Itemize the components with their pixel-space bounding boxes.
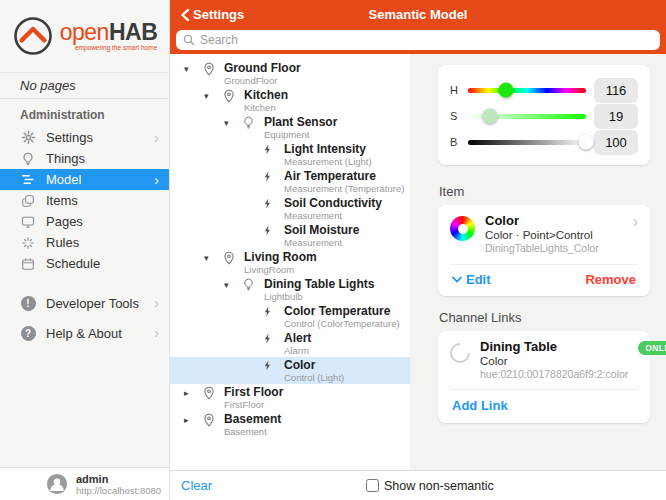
tree-node[interactable]: ▸ BasementBasement [170,411,410,438]
tree-node-title: Light Intensity [284,143,372,155]
channel-link-title: Dining Table [480,340,628,354]
openhab-roof-circle-icon [12,15,54,57]
exclamation-circle-icon: ! [20,295,36,311]
search-input[interactable] [200,33,653,47]
location-pin-icon [202,386,217,400]
clear-button[interactable]: Clear [181,478,212,493]
hue-slider[interactable] [468,88,586,93]
sidebar-item-label: Rules [46,235,79,250]
show-non-semantic-checkbox[interactable] [366,479,379,492]
no-pages-row: No pages [0,72,169,99]
chevron-right-icon: › [154,296,159,310]
sidebar-item-rules[interactable]: Rules [0,232,169,253]
tree-node[interactable]: ▾ KitchenKitchen [170,87,410,114]
logo-hab-text: HAB [109,19,157,45]
saturation-slider-knob[interactable] [483,109,498,124]
expand-arrow-icon[interactable]: ▾ [184,62,202,76]
logo-tagline: empowering the smart home [75,44,157,51]
tree-node-title: Alert [284,332,311,344]
bolt-icon [262,332,277,345]
detail-panel: H 116 S 19 B 100 Item Color Color · Poin… [410,54,666,470]
sidebar-item-settings[interactable]: Settings › [0,127,169,148]
item-type: Color · Point>Control [485,228,599,242]
sidebar-item-developer-tools[interactable]: ! Developer Tools › [0,288,169,318]
tree-node-selected[interactable]: ColorControl (Light) [170,357,410,384]
location-pin-icon [222,89,237,103]
tree-node[interactable]: AlertAlarm [170,330,410,357]
tree-node-title: Living Room [244,251,317,263]
tree-node[interactable]: Soil ConductivityMeasurement [170,195,410,222]
tree-node-title: Soil Moisture [284,224,359,236]
username: admin [76,473,161,485]
sidebar-item-pages[interactable]: Pages [0,211,169,232]
calendar-icon [20,256,36,272]
tree-node[interactable]: ▾ Dining Table LightsLightbulb [170,276,410,303]
expand-arrow-icon[interactable]: ▾ [224,116,242,130]
tree-node-title: Dining Table Lights [264,278,374,290]
channel-link-row[interactable]: Dining Table Color hue:0210:00178820a6f9… [450,340,638,381]
tree-node-subtitle: FirstFloor [224,399,283,410]
sidebar-item-help-about[interactable]: ? Help & About › [0,318,169,348]
lightbulb-icon [242,278,257,291]
hue-value: 116 [594,78,638,103]
saturation-slider-row: S 19 [450,103,638,129]
back-button[interactable]: Settings [180,7,244,22]
tree-node[interactable]: Color TemperatureControl (ColorTemperatu… [170,303,410,330]
bolt-icon [262,143,277,156]
saturation-value: 19 [594,104,638,129]
sidebar-item-label: Developer Tools [46,296,139,311]
tree-node[interactable]: Air TemperatureMeasurement (Temperature) [170,168,410,195]
chevron-down-icon [452,276,462,283]
tree-node-subtitle: Measurement (Light) [284,156,372,167]
show-non-semantic-toggle[interactable]: Show non-semantic [366,479,494,493]
saturation-label: S [450,110,460,122]
saturation-slider[interactable] [468,114,586,119]
sidebar-item-label: Help & About [46,326,122,341]
tree-node-title: Kitchen [244,89,288,101]
channel-link-subtitle: Color [480,354,628,368]
user-account-row[interactable]: admin http://localhost:8080 [0,467,169,500]
tree-node-title: Air Temperature [284,170,404,182]
tree-node[interactable]: ▾ Ground FloorGroundFloor [170,60,410,87]
expand-arrow-icon[interactable]: ▾ [224,278,242,292]
sidebar-item-label: Pages [46,214,83,229]
search-icon [183,34,195,46]
item-row[interactable]: Color Color · Point>Control DiningTableL… [450,214,638,255]
expand-arrow-icon[interactable]: ▾ [204,251,222,265]
brightness-slider[interactable] [468,140,586,145]
item-title: Color [485,214,599,228]
remove-button[interactable]: Remove [585,272,636,287]
tree-node-subtitle: Measurement (Temperature) [284,183,404,194]
tree-node[interactable]: Soil MoistureMeasurement [170,222,410,249]
hue-slider-knob[interactable] [499,83,514,98]
bolt-icon [262,305,277,318]
brightness-slider-knob[interactable] [579,135,594,150]
semantic-model-tree: ▾ Ground FloorGroundFloor ▾ KitchenKitch… [170,54,410,470]
add-link-button[interactable]: Add Link [450,389,638,423]
bottom-toolbar: Clear Show non-semantic [170,470,666,500]
sparkle-icon [20,235,36,251]
tree-node[interactable]: ▸ First FloorFirstFloor [170,384,410,411]
tree-node[interactable]: ▾ Living RoomLivingRoom [170,249,410,276]
sidebar-item-items[interactable]: Items [0,190,169,211]
hue-slider-row: H 116 [450,77,638,103]
administration-section-label: Administration [0,99,169,127]
lightbulb-icon [20,151,36,167]
tree-node-subtitle: Lightbulb [264,291,374,302]
expand-arrow-icon[interactable]: ▸ [184,413,202,427]
channel-circle-icon [446,339,474,367]
expand-arrow-icon[interactable]: ▸ [184,386,202,400]
sidebar-item-schedule[interactable]: Schedule [0,253,169,274]
sidebar-item-things[interactable]: Things [0,148,169,169]
show-non-semantic-label: Show non-semantic [384,479,494,493]
tree-node[interactable]: Light IntensityMeasurement (Light) [170,141,410,168]
expand-arrow-icon[interactable]: ▾ [204,89,222,103]
sidebar-item-model[interactable]: Model › [0,169,169,190]
edit-button[interactable]: Edit [452,272,491,287]
model-tree-icon [20,172,36,188]
location-pin-icon [202,413,217,427]
tree-node[interactable]: ▾ Plant SensorEquipment [170,114,410,141]
page-title: Semantic Model [170,7,666,22]
openhab-logo: openHAB empowering the smart home [0,0,169,72]
search-bar[interactable] [176,30,660,50]
